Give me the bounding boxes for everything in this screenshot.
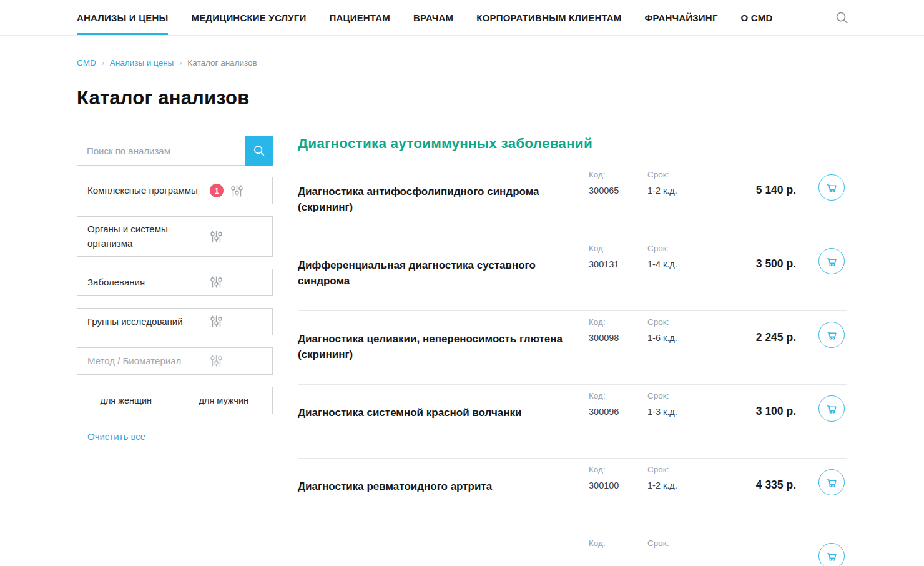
breadcrumb-link-analyzy[interactable]: Анализы и цены bbox=[110, 58, 174, 67]
nav-item-pacientam[interactable]: ПАЦИЕНТАМ bbox=[329, 0, 390, 35]
code-value: 300100 bbox=[589, 480, 647, 490]
breadcrumb-separator: › bbox=[179, 59, 182, 67]
code-label: Код: bbox=[589, 465, 647, 474]
term-label: Срок: bbox=[647, 465, 719, 474]
term-label: Срок: bbox=[647, 539, 719, 548]
analysis-search bbox=[77, 136, 273, 166]
filter-for-women-button[interactable]: для женщин bbox=[77, 387, 175, 414]
test-code: Код: 300098 bbox=[589, 317, 647, 343]
search-icon bbox=[252, 144, 266, 157]
cart-cell bbox=[797, 465, 847, 495]
cart-cell bbox=[797, 391, 847, 422]
test-price: 2 245 р. bbox=[719, 331, 797, 344]
term-label: Срок: bbox=[647, 170, 719, 179]
sliders-icon bbox=[210, 276, 224, 289]
breadcrumb: CMD › Анализы и цены › Каталог анализов bbox=[77, 58, 847, 67]
sliders-icon bbox=[210, 354, 224, 367]
analysis-search-submit-button[interactable] bbox=[245, 136, 273, 166]
filter-label: Группы исследований bbox=[87, 314, 210, 329]
code-value: 300098 bbox=[589, 333, 647, 343]
test-term: Срок: 1-2 к.д. bbox=[647, 465, 719, 490]
test-name[interactable]: Диагностика целиакии, непереносимость гл… bbox=[298, 332, 589, 362]
page-title: Каталог анализов bbox=[77, 87, 847, 109]
filter-label: Метод / Биоматериал bbox=[87, 354, 210, 368]
test-term: Срок: 1-6 к.д. bbox=[647, 317, 719, 343]
search-icon bbox=[835, 11, 849, 25]
test-name[interactable]: Диагностика антифосфолипидного синдрома … bbox=[298, 184, 589, 215]
nav-item-vracham[interactable]: ВРАЧАМ bbox=[413, 0, 453, 35]
sliders-icon bbox=[210, 230, 224, 243]
test-term: Срок: 1-4 к.д. bbox=[647, 244, 719, 269]
filters-sidebar: Комплексные программы 1 Органы и системы… bbox=[77, 136, 273, 566]
code-label: Код: bbox=[589, 539, 647, 548]
test-price: 5 140 р. bbox=[719, 184, 797, 197]
add-to-cart-button[interactable] bbox=[818, 248, 845, 274]
cart-icon bbox=[825, 549, 838, 563]
filter-label: Заболевания bbox=[87, 275, 210, 289]
code-value: 300065 bbox=[589, 186, 647, 196]
term-value: 1-3 к.д. bbox=[647, 407, 719, 417]
test-code: Код: 300131 bbox=[589, 244, 647, 269]
nav-item-analyzy-i-ceny[interactable]: АНАЛИЗЫ И ЦЕНЫ bbox=[77, 0, 168, 35]
test-price: 3 100 р. bbox=[719, 405, 797, 418]
filter-count-badge: 1 bbox=[210, 184, 224, 197]
cart-cell bbox=[797, 244, 847, 274]
test-row: Диагностика антифосфолипидного синдрома … bbox=[298, 164, 847, 237]
test-row: Диагностика целиакии, непереносимость гл… bbox=[298, 311, 847, 385]
sliders-icon bbox=[230, 184, 244, 197]
nav-item-franchajzing[interactable]: ФРАНЧАЙЗИНГ bbox=[645, 0, 718, 35]
gender-filter: для женщин для мужчин bbox=[77, 387, 273, 414]
filter-research-groups[interactable]: Группы исследований bbox=[77, 308, 273, 335]
test-price: 4 335 р. bbox=[719, 479, 797, 492]
filter-method-biomaterial[interactable]: Метод / Биоматериал bbox=[77, 347, 273, 375]
analysis-search-input[interactable] bbox=[77, 136, 245, 166]
breadcrumb-link-cmd[interactable]: CMD bbox=[77, 58, 96, 67]
test-row: Диагностика ревматоидного артрита Код: 3… bbox=[298, 459, 847, 532]
cart-icon bbox=[825, 402, 838, 415]
code-label: Код: bbox=[589, 170, 647, 179]
cart-icon bbox=[825, 181, 838, 194]
section-title: Диагностика аутоиммунных заболеваний bbox=[298, 136, 847, 152]
cart-icon bbox=[825, 328, 838, 342]
results-section: Диагностика аутоиммунных заболеваний Диа… bbox=[298, 136, 847, 566]
test-term: Срок: 1-2 к.д. bbox=[647, 170, 719, 196]
nav-item-o-cmd[interactable]: О CMD bbox=[741, 0, 773, 35]
add-to-cart-button[interactable] bbox=[818, 174, 845, 201]
code-value: 300096 bbox=[589, 407, 647, 417]
test-row: Диагностика системной красной волчанки К… bbox=[298, 385, 847, 459]
breadcrumb-separator: › bbox=[102, 59, 104, 67]
add-to-cart-button[interactable] bbox=[818, 543, 845, 566]
term-label: Срок: bbox=[647, 244, 719, 253]
term-value: 1-6 к.д. bbox=[647, 333, 719, 343]
top-navigation: АНАЛИЗЫ И ЦЕНЫ МЕДИЦИНСКИЕ УСЛУГИ ПАЦИЕН… bbox=[0, 0, 924, 36]
cart-cell bbox=[797, 539, 847, 566]
add-to-cart-button[interactable] bbox=[818, 395, 845, 422]
filter-complex-programs[interactable]: Комплексные программы 1 bbox=[77, 177, 273, 204]
filter-label: Органы и системы организма bbox=[87, 222, 210, 251]
code-label: Код: bbox=[589, 244, 647, 253]
header-search-button[interactable] bbox=[835, 0, 849, 35]
test-price: 3 500 р. bbox=[719, 257, 797, 271]
test-code: Код: 300065 bbox=[589, 170, 647, 196]
term-label: Срок: bbox=[647, 317, 719, 327]
add-to-cart-button[interactable] bbox=[818, 469, 845, 495]
test-name[interactable]: Дифференциальная диагностика суставного … bbox=[298, 258, 589, 289]
code-label: Код: bbox=[589, 317, 647, 327]
test-row: Дифференциальная диагностика суставного … bbox=[298, 237, 847, 311]
nav-item-medicinskie-uslugi[interactable]: МЕДИЦИНСКИЕ УСЛУГИ bbox=[191, 0, 306, 35]
filter-organs-systems[interactable]: Органы и системы организма bbox=[77, 216, 273, 257]
code-label: Код: bbox=[589, 391, 647, 400]
clear-all-filters-link[interactable]: Очистить все bbox=[87, 431, 145, 442]
filter-diseases[interactable]: Заболевания bbox=[77, 269, 273, 296]
cart-icon bbox=[825, 475, 838, 489]
code-value: 300131 bbox=[589, 259, 647, 269]
nav-item-korporativnym-klientam[interactable]: КОРПОРАТИВНЫМ КЛИЕНТАМ bbox=[476, 0, 621, 35]
filter-for-men-button[interactable]: для мужчин bbox=[175, 387, 273, 414]
test-name[interactable]: Диагностика системной красной волчанки bbox=[298, 405, 589, 421]
cart-cell bbox=[797, 170, 847, 201]
term-value: 1-2 к.д. bbox=[647, 186, 719, 196]
add-to-cart-button[interactable] bbox=[818, 322, 845, 348]
filter-label: Комплексные программы bbox=[87, 183, 210, 197]
test-name[interactable]: Диагностика ревматоидного артрита bbox=[298, 479, 589, 495]
test-row: Код: Срок: bbox=[298, 532, 847, 566]
